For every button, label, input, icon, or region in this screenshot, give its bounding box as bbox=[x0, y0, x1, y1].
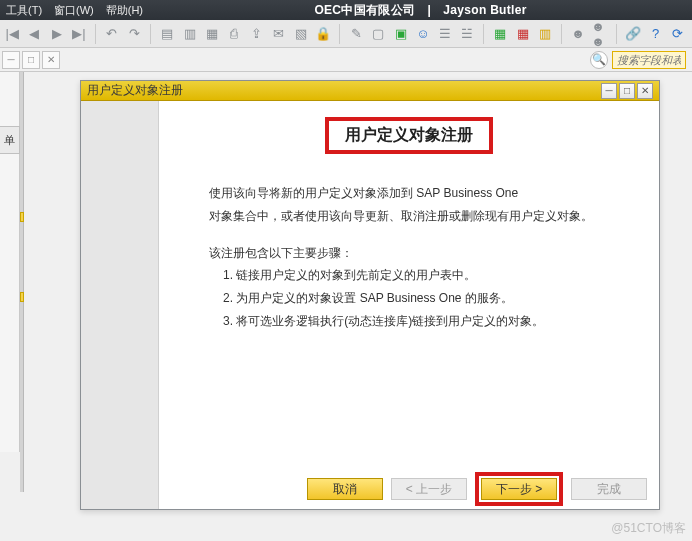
alert-icon[interactable]: ▦ bbox=[513, 23, 533, 45]
calendar-icon[interactable]: ▦ bbox=[490, 23, 510, 45]
nav-prev-icon[interactable]: ◀ bbox=[24, 23, 44, 45]
sub-toolbar: ─ □ ✕ 🔍 bbox=[0, 48, 692, 72]
back-icon[interactable]: ↶ bbox=[102, 23, 122, 45]
toolbar-separator bbox=[616, 24, 617, 44]
left-panel-fragment: 单 bbox=[0, 72, 20, 452]
gutter-strip bbox=[20, 72, 24, 492]
search-box: 🔍 bbox=[590, 51, 686, 69]
wizard-step1: 1. 链接用户定义的对象到先前定义的用户表中。 bbox=[223, 264, 631, 287]
finish-button: 完成 bbox=[571, 478, 647, 500]
toolbar-separator bbox=[561, 24, 562, 44]
sub-min-icon[interactable]: ─ bbox=[2, 51, 20, 69]
cancel-button[interactable]: 取消 bbox=[307, 478, 383, 500]
nav-last-icon[interactable]: ▶| bbox=[69, 23, 89, 45]
nav-next-icon[interactable]: ▶ bbox=[46, 23, 66, 45]
user-icon[interactable]: ☻ bbox=[568, 23, 588, 45]
wizard-heading: 用户定义对象注册 bbox=[345, 126, 473, 143]
layout-icon[interactable]: ▦ bbox=[202, 23, 222, 45]
wizard-intro-line2: 对象集合中，或者使用该向导更新、取消注册或删除现有用户定义对象。 bbox=[209, 205, 631, 228]
help-icon[interactable]: ? bbox=[646, 23, 666, 45]
excel-icon[interactable]: ▧ bbox=[291, 23, 311, 45]
forward-icon[interactable]: ↷ bbox=[124, 23, 144, 45]
edit-icon[interactable]: ✎ bbox=[346, 23, 366, 45]
toolbar-separator bbox=[150, 24, 151, 44]
menu-tools[interactable]: 工具(T) bbox=[0, 0, 48, 20]
main-toolbar: |◀ ◀ ▶ ▶| ↶ ↷ ▤ ▥ ▦ ⎙ ⇪ ✉ ▧ 🔒 ✎ ▢ ▣ ☺ ☰ … bbox=[0, 20, 692, 48]
wizard-window: 用户定义对象注册 ─ □ ✕ 用户定义对象注册 使用该向导将新的用户定义对象添加… bbox=[80, 80, 660, 510]
toolbar-separator bbox=[339, 24, 340, 44]
window-minimize-icon[interactable]: ─ bbox=[601, 83, 617, 99]
menu-help[interactable]: 帮助(H) bbox=[100, 0, 149, 20]
wizard-button-bar: 取消 < 上一步 下一步 > 完成 bbox=[159, 469, 659, 509]
gutter-marker bbox=[20, 292, 24, 302]
next-button[interactable]: 下一步 > bbox=[481, 478, 557, 500]
doc-icon[interactable]: ▤ bbox=[157, 23, 177, 45]
sub-close-icon[interactable]: ✕ bbox=[42, 51, 60, 69]
wizard-step3: 3. 将可选业务逻辑执行(动态连接库)链接到用户定义的对象。 bbox=[223, 310, 631, 333]
check-icon[interactable]: ▣ bbox=[390, 23, 410, 45]
group-icon[interactable]: ☻☻ bbox=[590, 23, 610, 45]
note-icon[interactable]: ▢ bbox=[368, 23, 388, 45]
wizard-intro-line1: 使用该向导将新的用户定义对象添加到 SAP Business One bbox=[209, 182, 631, 205]
app-title: OEC中国有限公司 | Jayson Butler bbox=[149, 2, 692, 19]
wizard-content: 用户定义对象注册 使用该向导将新的用户定义对象添加到 SAP Business … bbox=[159, 101, 659, 509]
search-icon[interactable]: 🔍 bbox=[590, 51, 608, 69]
back-button[interactable]: < 上一步 bbox=[391, 478, 467, 500]
menu-window[interactable]: 窗口(W) bbox=[48, 0, 100, 20]
doc2-icon[interactable]: ▥ bbox=[179, 23, 199, 45]
toolbar-separator bbox=[95, 24, 96, 44]
wizard-heading-highlight: 用户定义对象注册 bbox=[325, 117, 493, 154]
window-restore-icon[interactable]: □ bbox=[619, 83, 635, 99]
person-icon[interactable]: ☺ bbox=[413, 23, 433, 45]
nav-first-icon[interactable]: |◀ bbox=[2, 23, 22, 45]
chat-icon[interactable]: ☰ bbox=[435, 23, 455, 45]
sub-restore-icon[interactable]: □ bbox=[22, 51, 40, 69]
mail-icon[interactable]: ✉ bbox=[268, 23, 288, 45]
wizard-step2: 2. 为用户定义的对象设置 SAP Business One 的服务。 bbox=[223, 287, 631, 310]
wizard-title-text: 用户定义对象注册 bbox=[87, 82, 599, 99]
print-icon[interactable]: ⎙ bbox=[224, 23, 244, 45]
toolbar-separator bbox=[483, 24, 484, 44]
app-menubar: 工具(T) 窗口(W) 帮助(H) OEC中国有限公司 | Jayson But… bbox=[0, 0, 692, 20]
watermark-text: @51CTO博客 bbox=[611, 520, 686, 537]
left-tab[interactable]: 单 bbox=[0, 126, 20, 154]
export-icon[interactable]: ⇪ bbox=[246, 23, 266, 45]
link-icon[interactable]: 🔗 bbox=[623, 23, 643, 45]
gutter-marker bbox=[20, 212, 24, 222]
search-input[interactable] bbox=[612, 51, 686, 69]
window-close-icon[interactable]: ✕ bbox=[637, 83, 653, 99]
lock-icon[interactable]: 🔒 bbox=[313, 23, 333, 45]
wizard-titlebar[interactable]: 用户定义对象注册 ─ □ ✕ bbox=[81, 81, 659, 101]
wizard-sidebar bbox=[81, 101, 159, 509]
wizard-steps-title: 该注册包含以下主要步骤： bbox=[209, 242, 631, 265]
chat2-icon[interactable]: ☱ bbox=[457, 23, 477, 45]
refresh-icon[interactable]: ⟳ bbox=[668, 23, 688, 45]
chart-icon[interactable]: ▥ bbox=[535, 23, 555, 45]
next-button-highlight: 下一步 > bbox=[475, 472, 563, 506]
